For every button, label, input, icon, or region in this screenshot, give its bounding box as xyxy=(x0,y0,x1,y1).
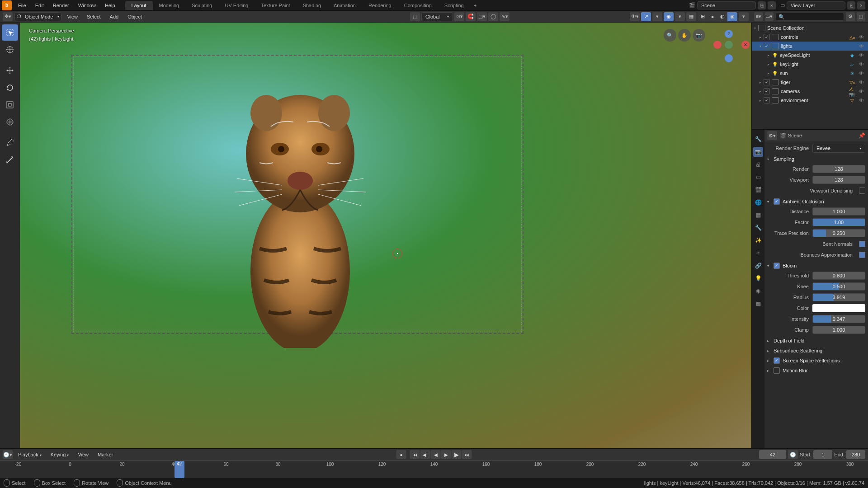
menu-window[interactable]: Window xyxy=(74,1,100,10)
ptab-world[interactable]: 🌐 xyxy=(753,197,763,207)
tree-scene-collection[interactable]: ▾Scene Collection xyxy=(752,23,868,33)
outliner-tree[interactable]: ▾Scene Collection ▸✓controls◬₃👁 ▾✓lights… xyxy=(752,23,868,129)
shading-solid[interactable]: ● xyxy=(708,12,717,21)
tool-rotate[interactable] xyxy=(2,80,18,96)
tool-cursor[interactable] xyxy=(2,42,18,58)
bloom-clamp-field[interactable]: 1.000 xyxy=(812,326,865,334)
tool-measure[interactable] xyxy=(2,152,18,168)
shading-rendered[interactable]: ◉ xyxy=(727,12,737,21)
tab-animation[interactable]: Animation xyxy=(327,1,362,10)
ao-distance-field[interactable]: 1.000 xyxy=(812,207,865,216)
panel-sss[interactable]: ▸Subsurface Scattering xyxy=(767,346,865,356)
ptab-constraints[interactable]: 🔗 xyxy=(753,261,763,271)
ao-bounces-checkbox[interactable] xyxy=(859,252,865,258)
orientation-icon[interactable]: ⬚ xyxy=(410,12,420,21)
bloom-color-swatch[interactable] xyxy=(812,304,865,312)
ptab-particles[interactable]: ✨ xyxy=(753,235,763,245)
object-visibility[interactable]: 👁▾ xyxy=(630,12,640,21)
hdr-select[interactable]: Select xyxy=(83,13,104,21)
tab-sculpting[interactable]: Sculpting xyxy=(185,1,218,10)
ao-trace-field[interactable]: 0.250 xyxy=(812,229,865,237)
hdr-add[interactable]: Add xyxy=(106,13,123,21)
panel-ssr[interactable]: ▸✓Screen Space Reflections xyxy=(767,356,865,366)
end-frame-field[interactable]: 280 xyxy=(846,450,865,459)
play-reverse[interactable]: ◀ xyxy=(431,450,441,459)
proportional-options[interactable]: ∿▾ xyxy=(500,12,509,21)
tree-eyespeclight[interactable]: ▸💡eyeSpecLight◆👁 xyxy=(752,51,868,60)
tab-compositing[interactable]: Compositing xyxy=(398,1,438,10)
ptab-render[interactable]: 📷 xyxy=(753,147,763,157)
tab-texture-paint[interactable]: Texture Paint xyxy=(255,1,296,10)
tab-rendering[interactable]: Rendering xyxy=(362,1,398,10)
snap-toggle[interactable]: 🧲 xyxy=(466,12,476,21)
outliner-display-mode[interactable]: ▭▾ xyxy=(765,12,774,21)
viewport-3d[interactable]: Camera Perspective (42) lights | keyLigh… xyxy=(20,23,751,448)
start-frame-field[interactable]: 1 xyxy=(813,450,832,459)
show-gizmo[interactable]: ↗ xyxy=(641,12,651,21)
timeline-editor-type[interactable]: 🕘▾ xyxy=(3,450,13,459)
tab-scripting[interactable]: Scripting xyxy=(438,1,470,10)
ptab-data[interactable]: 💡 xyxy=(753,273,763,283)
viewport-denoise-checkbox[interactable] xyxy=(859,188,865,194)
new-viewlayer-button[interactable]: ⎘ xyxy=(847,1,855,9)
delete-viewlayer-button[interactable]: × xyxy=(857,1,865,9)
timeline-ruler[interactable]: -200204060801001201401601802002202402602… xyxy=(0,460,868,478)
menu-render[interactable]: Render xyxy=(48,1,74,10)
bloom-intensity-field[interactable]: 0.347 xyxy=(812,315,865,323)
sampling-render-field[interactable]: 128 xyxy=(812,165,865,173)
keyframe-next[interactable]: |▶ xyxy=(452,450,462,459)
nav-pan[interactable]: ✋ xyxy=(678,29,691,42)
menu-file[interactable]: File xyxy=(14,1,31,10)
tool-transform[interactable] xyxy=(2,114,18,130)
proportional-edit[interactable]: ◯ xyxy=(488,12,498,21)
ptab-output[interactable]: 🖨 xyxy=(753,160,763,169)
tree-sun[interactable]: ▸💡sun☀👁 xyxy=(752,69,868,78)
shading-wireframe[interactable]: ⊞ xyxy=(698,12,708,21)
play-forward[interactable]: ▶ xyxy=(441,450,451,459)
ptab-tool[interactable]: 🔧 xyxy=(753,134,763,144)
sampling-viewport-field[interactable]: 128 xyxy=(812,176,865,184)
jump-start[interactable]: ⏮ xyxy=(410,450,420,459)
delete-scene-button[interactable]: × xyxy=(768,1,776,9)
overlay-options[interactable]: ▾ xyxy=(675,12,685,21)
ptab-physics[interactable]: ⚛ xyxy=(753,248,763,258)
ao-factor-field[interactable]: 1.00 xyxy=(812,218,865,226)
outliner-editor-type[interactable]: ≡▾ xyxy=(754,12,763,21)
tool-select-box[interactable] xyxy=(2,24,18,41)
tree-environment[interactable]: ▸✓enviornment▽👁 xyxy=(752,96,868,105)
tab-modeling[interactable]: Modeling xyxy=(153,1,186,10)
axis-gizmo[interactable]: X Z xyxy=(713,30,744,61)
tl-keying[interactable]: Keying ▾ xyxy=(47,450,73,459)
panel-ao[interactable]: ▾✓Ambient Occlusion xyxy=(767,197,865,206)
tree-cameras[interactable]: ▸✓cameras人📷👁 xyxy=(752,87,868,96)
ao-bent-checkbox[interactable] xyxy=(859,241,865,247)
menu-help[interactable]: Help xyxy=(100,1,120,10)
panel-bloom[interactable]: ▾✓Bloom xyxy=(767,261,865,271)
properties-editor-type[interactable]: ⚙▾ xyxy=(767,131,777,140)
breadcrumb-scene[interactable]: Scene xyxy=(788,133,802,138)
nav-zoom[interactable]: 🔍 xyxy=(664,29,676,42)
ptab-texture[interactable]: ▩ xyxy=(753,299,763,309)
mode-selector[interactable]: ❍Object Mode▾ xyxy=(14,12,61,21)
new-scene-button[interactable]: ⎘ xyxy=(758,1,766,9)
current-frame-field[interactable]: 42 xyxy=(759,450,786,459)
view-layer-field[interactable]: View Layer xyxy=(787,1,845,9)
tab-uv-editing[interactable]: UV Editing xyxy=(218,1,255,10)
editor-type-selector[interactable]: ✥▾ xyxy=(3,12,13,21)
tl-playback[interactable]: Playback ▾ xyxy=(14,450,45,459)
scene-name-field[interactable]: Scene xyxy=(697,1,756,9)
panel-mblur[interactable]: ▸Motion Blur xyxy=(767,366,865,375)
bloom-threshold-field[interactable]: 0.800 xyxy=(812,272,865,280)
pin-icon[interactable]: 📌 xyxy=(859,132,865,139)
outliner-new-collection[interactable]: ▢ xyxy=(857,12,866,21)
ptab-object[interactable]: ▦ xyxy=(753,210,763,220)
panel-dof[interactable]: ▸Depth of Field xyxy=(767,336,865,346)
tree-keylight[interactable]: ▸💡keyLight▱👁 xyxy=(752,60,868,69)
keyframe-prev[interactable]: ◀| xyxy=(420,450,430,459)
jump-end[interactable]: ⏭ xyxy=(462,450,472,459)
hdr-view[interactable]: View xyxy=(63,13,81,21)
xray-toggle[interactable]: ▦ xyxy=(686,12,696,21)
use-preview-range[interactable]: 🕘 xyxy=(788,450,798,459)
outliner-search[interactable] xyxy=(775,13,844,21)
gizmo-options[interactable]: ▾ xyxy=(652,12,662,21)
